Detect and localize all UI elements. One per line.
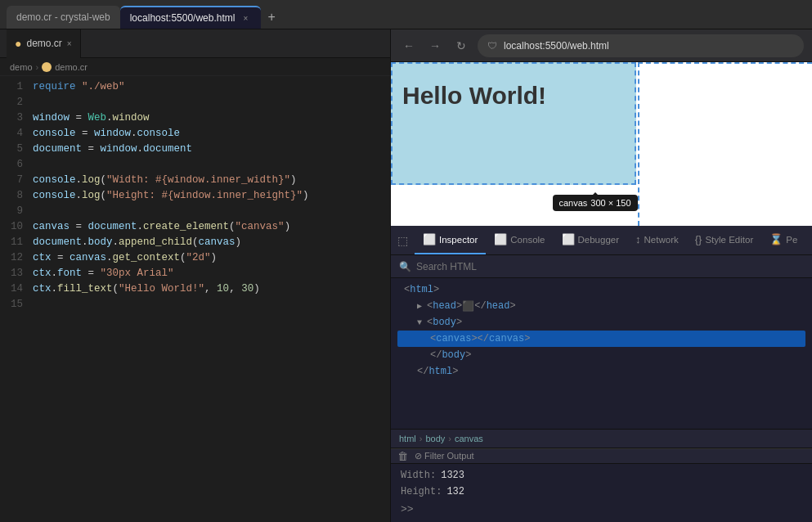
console-clear-button[interactable]: 🗑 — [397, 450, 408, 462]
editor-tabs: ● demo.cr × — [0, 29, 390, 58]
console-output: Width:1323Height:132>> — [391, 464, 812, 522]
line-content-12: ctx = canvas.get_context("2d") — [33, 250, 217, 266]
search-icon: 🔍 — [399, 261, 411, 272]
tab-performance[interactable]: ⌛ Pe — [761, 226, 805, 254]
browser-toolbar: ← → ↻ 🛡 localhost:5500/web.html — [391, 29, 812, 62]
console-panel: 🗑 ⊘ Filter Output Width:1323Height:132>> — [391, 448, 812, 522]
output-label: Width: — [401, 470, 436, 481]
code-line-2: 2 — [0, 95, 390, 110]
line-content-8: console.log("Height: #{window.inner_heig… — [33, 188, 309, 204]
tab-inactive-demo[interactable]: demo.cr - crystal-web — [7, 6, 120, 29]
hello-world-text: Hello World! — [402, 82, 546, 110]
console-toolbar: 🗑 ⊘ Filter Output — [391, 449, 812, 464]
network-icon: ↕ — [635, 233, 641, 245]
breadcrumb-html[interactable]: html — [399, 434, 416, 443]
tree-line[interactable]: ▼ <body> — [397, 314, 805, 331]
editor-tab-close[interactable]: × — [67, 39, 72, 48]
tab-debugger-label: Debugger — [578, 235, 620, 245]
code-area: 1require "./web"23window = Web.window4co… — [0, 76, 390, 522]
output-line: Width:1323 — [401, 467, 802, 484]
line-number-1: 1 — [0, 79, 33, 95]
tab-close-button[interactable]: × — [240, 12, 251, 24]
line-number-12: 12 — [0, 250, 33, 266]
line-number-4: 4 — [0, 126, 33, 142]
search-html-input[interactable] — [416, 261, 804, 272]
tab-console-label: Console — [510, 235, 545, 245]
line-number-6: 6 — [0, 157, 33, 173]
devtools-breadcrumb: html›body›canvas — [391, 429, 812, 448]
output-value: 132 — [446, 486, 464, 497]
breadcrumb-body[interactable]: body — [425, 434, 445, 443]
forward-button[interactable]: → — [425, 36, 445, 56]
devtools-search-bar: 🔍 — [391, 255, 812, 278]
code-line-1: 1require "./web" — [0, 79, 390, 95]
line-content-10: canvas = document.create_element("canvas… — [33, 219, 290, 235]
line-content-1: require "./web" — [33, 79, 125, 95]
line-number-15: 15 — [0, 297, 33, 313]
back-button[interactable]: ← — [399, 36, 419, 56]
code-line-10: 10canvas = document.create_element("canv… — [0, 219, 390, 235]
breadcrumb-canvas[interactable]: canvas — [455, 434, 483, 443]
line-content-7: console.log("Width: #{window.inner_width… — [33, 173, 297, 188]
browser-pane: ← → ↻ 🛡 localhost:5500/web.html Hello Wo… — [391, 29, 812, 522]
code-line-3: 3window = Web.window — [0, 110, 390, 126]
tab-unsaved-dot: ● — [15, 37, 21, 50]
line-content-5: document = window.document — [33, 142, 192, 157]
tree-line[interactable]: <html> — [397, 281, 805, 298]
tab-active-browser[interactable]: localhost:5500/web.html × — [120, 6, 262, 29]
tooltip-tag: canvas — [559, 198, 588, 208]
code-line-14: 14ctx.fill_text("Hello World!", 10, 30) — [0, 281, 390, 297]
code-line-4: 4console = window.console — [0, 126, 390, 142]
tree-line[interactable]: </html> — [397, 363, 805, 380]
devtools-tabs: ⬚ ⬜ Inspector ⬜ Console ⬜ Debugger ↕ Net… — [391, 226, 812, 255]
code-line-6: 6 — [0, 157, 390, 173]
tab-style-editor[interactable]: {} Style Editor — [687, 226, 762, 254]
code-line-5: 5document = window.document — [0, 142, 390, 157]
breadcrumb-home: demo — [10, 62, 33, 72]
editor-tab-name: demo.cr — [26, 38, 61, 49]
tab-inspector[interactable]: ⬜ Inspector — [415, 226, 486, 254]
tab-network[interactable]: ↕ Network — [627, 226, 687, 254]
tab-new-button[interactable]: + — [261, 6, 281, 29]
editor-tab-demo-cr[interactable]: ● demo.cr × — [7, 29, 81, 58]
tab-style-editor-label: Style Editor — [705, 235, 753, 245]
output-value: 1323 — [441, 470, 464, 481]
performance-icon: ⌛ — [769, 233, 783, 245]
line-content-11: document.body.append_child(canvas) — [33, 235, 241, 250]
line-number-10: 10 — [0, 219, 33, 235]
tab-network-label: Network — [644, 235, 679, 245]
expand-button[interactable]: >> — [401, 500, 802, 519]
editor-pane: ● demo.cr × demo › demo.cr 1require "./w… — [0, 29, 391, 522]
line-content-14: ctx.fill_text("Hello World!", 10, 30) — [33, 281, 260, 297]
console-icon: ⬜ — [494, 233, 507, 245]
style-editor-icon: {} — [695, 233, 702, 245]
editor-breadcrumb: demo › demo.cr — [0, 58, 390, 76]
code-line-13: 13ctx.font = "30px Arial" — [0, 266, 390, 281]
tree-line[interactable]: <canvas></canvas> — [397, 331, 805, 347]
filter-output-label: ⊘ Filter Output — [415, 451, 474, 461]
inspector-icon: ⬜ — [423, 233, 436, 245]
line-number-5: 5 — [0, 142, 33, 157]
line-number-13: 13 — [0, 266, 33, 281]
code-line-7: 7console.log("Width: #{window.inner_widt… — [0, 173, 390, 188]
refresh-button[interactable]: ↻ — [451, 36, 471, 56]
tab-performance-label: Pe — [786, 235, 797, 245]
breadcrumb-file: demo.cr — [55, 62, 87, 72]
tab-debugger[interactable]: ⬜ Debugger — [554, 226, 628, 254]
line-number-11: 11 — [0, 235, 33, 250]
tab-console[interactable]: ⬜ Console — [486, 226, 553, 254]
tree-line[interactable]: </body> — [397, 347, 805, 363]
tab-inspector-label: Inspector — [439, 235, 478, 245]
line-number-3: 3 — [0, 110, 33, 126]
address-text: localhost:5500/web.html — [504, 40, 609, 52]
line-number-8: 8 — [0, 188, 33, 204]
address-bar[interactable]: 🛡 localhost:5500/web.html — [478, 34, 804, 57]
line-content-13: ctx.font = "30px Arial" — [33, 266, 174, 281]
line-number-14: 14 — [0, 281, 33, 297]
main-area: ● demo.cr × demo › demo.cr 1require "./w… — [0, 29, 812, 522]
devtools-pick-button[interactable]: ⬚ — [391, 226, 415, 254]
canvas-element: Hello World! — [391, 62, 636, 185]
line-number-9: 9 — [0, 204, 33, 219]
tab-inactive-label: demo.cr - crystal-web — [16, 11, 110, 23]
tree-line[interactable]: ▶ <head>⬛</head> — [397, 298, 805, 314]
